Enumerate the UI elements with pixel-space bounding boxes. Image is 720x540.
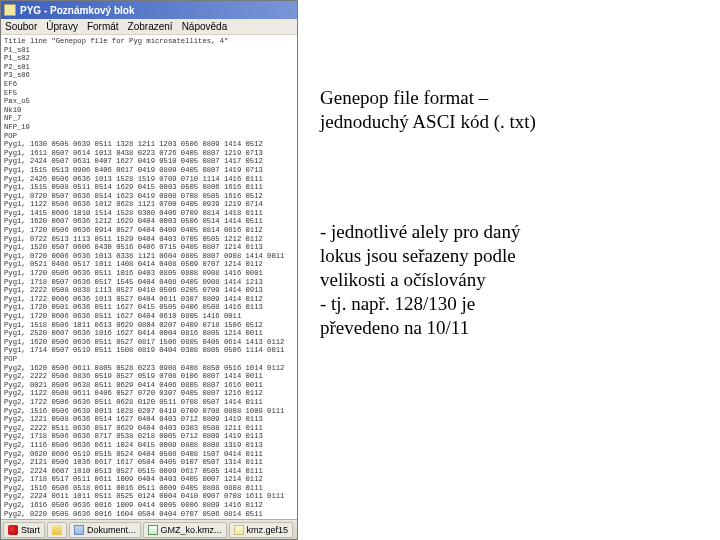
notes-line: velikosti a očíslovány <box>320 268 700 292</box>
editor-line: Pyg2, 1718 0517 0511 0611 1009 0404 0403… <box>4 475 294 484</box>
editor-line: Pyg1, 1620 0506 0636 0511 0527 0817 1506… <box>4 338 294 347</box>
taskbar-button[interactable] <box>47 522 67 538</box>
editor-line: Pyg1, 2424 0507 0631 0407 1627 0419 0510… <box>4 157 294 166</box>
taskbar-button[interactable]: Dokument... <box>69 522 141 538</box>
editor-line: Pyg1, 2222 0508 0838 1113 0527 0410 0506… <box>4 286 294 295</box>
editor-line: Pyg1, 1720 0501 0636 0511 1627 0415 0505… <box>4 303 294 312</box>
editor-line: Pyg1, 2426 0506 0636 1013 1528 1519 0709… <box>4 175 294 184</box>
editor-line: EF5 <box>4 89 294 98</box>
menu-edit[interactable]: Úpravy <box>46 21 78 32</box>
editor-line: Pyg1, 1122 0506 0636 1012 0628 1121 0700… <box>4 200 294 209</box>
notepad-window: PYG - Poznámkový blok Soubor Úpravy Form… <box>0 0 298 540</box>
notes-line: lokus jsou seřazeny podle <box>320 244 700 268</box>
editor-line: Pyg2, 2222 0506 0836 0519 0527 0519 0708… <box>4 372 294 381</box>
start-icon <box>8 525 18 535</box>
editor-line: Pyg1, 1720 0606 0636 0511 1627 0404 0610… <box>4 312 294 321</box>
editor-line: POP <box>4 355 294 364</box>
editor-line: NFP_19 <box>4 123 294 132</box>
editor-textarea[interactable]: Title line "Genepop file for Pyg microsa… <box>1 35 297 519</box>
editor-line: POP <box>4 132 294 141</box>
editor-line: Pyg1, 1415 0606 1010 1514 1528 0300 0406… <box>4 209 294 218</box>
editor-line: Pyg1, 0720 0507 0636 0514 1623 0419 0808… <box>4 192 294 201</box>
editor-line: NF_7 <box>4 114 294 123</box>
start-label: Start <box>21 525 40 535</box>
notes-line: Genepop file format – <box>320 86 700 110</box>
editor-line: Nk10 <box>4 106 294 115</box>
taskbar-button-label: Dokument... <box>87 525 136 535</box>
editor-line: Pyg2, 2224 0611 1011 0511 0525 0124 0004… <box>4 492 294 501</box>
editor-line: P2_s01 <box>4 63 294 72</box>
editor-line: Pyg2, 1718 0506 0636 0717 0538 0218 0005… <box>4 432 294 441</box>
note-icon <box>234 525 244 535</box>
editor-line: Pyg2, 0220 0505 0636 0016 1604 0504 0404… <box>4 510 294 519</box>
editor-line: P1_s02 <box>4 54 294 63</box>
editor-line: Pyg2, 1516 0506 0639 0013 1028 0207 0419… <box>4 407 294 416</box>
notes-line: převedeno na 10/11 <box>320 316 700 340</box>
editor-line: Pyg1, 1518 0506 1011 0613 0629 0804 0207… <box>4 321 294 330</box>
editor-line: P3_s06 <box>4 71 294 80</box>
editor-line: Pyg1, 0722 0513 1113 0511 1529 0404 0403… <box>4 235 294 244</box>
editor-line: Pyg1, 1718 0507 0636 0517 1545 0404 0408… <box>4 278 294 287</box>
editor-line: Pyg1, 1722 0606 0636 1013 0527 0404 0611… <box>4 295 294 304</box>
editor-line: P1_s01 <box>4 46 294 55</box>
editor-line: Pyg1, 1720 0506 0636 0914 0527 0404 0409… <box>4 226 294 235</box>
menu-file[interactable]: Soubor <box>5 21 37 32</box>
editor-line: Pyg1, 1714 0507 0519 0511 1508 0819 0404… <box>4 346 294 355</box>
editor-line: Pyg2, 1122 0508 0611 0406 0527 0720 0307… <box>4 389 294 398</box>
menubar: Soubor Úpravy Formát Zobrazení Nápověda <box>1 19 297 35</box>
notepad-icon <box>4 4 16 16</box>
editor-line: Pyg2, 0021 0506 0638 0511 0629 0414 0406… <box>4 381 294 390</box>
editor-line: Pyg1, 1630 0505 0639 0511 1328 1211 1203… <box>4 140 294 149</box>
taskbar-button[interactable]: kmz.gef15 <box>229 522 294 538</box>
editor-line: Pyg1, 1520 0507 0606 0430 0516 0406 0715… <box>4 243 294 252</box>
menu-help[interactable]: Nápověda <box>182 21 228 32</box>
notes-line: - tj. např. 128/130 je <box>320 292 700 316</box>
taskbar-button-label: GMZ_ko.kmz... <box>161 525 222 535</box>
editor-line: Pyg1, 1611 0507 0614 1013 0438 0223 0726… <box>4 149 294 158</box>
editor-line: Pyg2, 1722 0506 0636 0511 0628 0120 0511… <box>4 398 294 407</box>
editor-line: Pyg2, 2222 0511 0636 0517 0629 0404 0403… <box>4 424 294 433</box>
menu-view[interactable]: Zobrazení <box>128 21 173 32</box>
editor-line: Pax_o5 <box>4 97 294 106</box>
notes-line: - jednotlivé alely pro daný <box>320 220 700 244</box>
start-button[interactable]: Start <box>3 522 45 538</box>
menu-format[interactable]: Formát <box>87 21 119 32</box>
editor-line: Pyg2, 1620 0506 0611 0805 0528 0223 0908… <box>4 364 294 373</box>
window-titlebar[interactable]: PYG - Poznámkový blok <box>1 1 297 19</box>
editor-line: Pyg2, 2121 0506 1036 0617 1617 0504 0405… <box>4 458 294 467</box>
editor-line: Pyg2, 0620 0606 0519 0515 0524 0404 0508… <box>4 450 294 459</box>
editor-line: Pyg1, 1720 0506 0636 0511 1016 0403 0805… <box>4 269 294 278</box>
editor-line: Title line "Genepop file for Pyg microsa… <box>4 37 294 46</box>
notes-paragraph-2: - jednotlivé alely pro daný lokus jsou s… <box>320 220 700 340</box>
editor-line: Pyg1, 1515 0508 0511 0514 1629 0415 0003… <box>4 183 294 192</box>
editor-line: EF6 <box>4 80 294 89</box>
editor-line: Pyg2, 1320 0515 0620 0606 1013 0524 0421… <box>4 518 294 519</box>
taskbar: Start Dokument... GMZ_ko.kmz... kmz.gef1… <box>1 519 297 539</box>
sheet-icon <box>148 525 158 535</box>
taskbar-button[interactable]: GMZ_ko.kmz... <box>143 522 227 538</box>
editor-line: Pyg2, 1616 0506 0636 0016 1009 0414 0005… <box>4 501 294 510</box>
editor-line: Pyg1, 0720 0606 0636 1013 0338 1121 0604… <box>4 252 294 261</box>
editor-line: Pyg1, 2520 0607 0636 1016 1627 0414 0004… <box>4 329 294 338</box>
folder-icon <box>52 525 62 535</box>
editor-line: Pyg1, 1515 0513 0906 0406 0617 0419 0809… <box>4 166 294 175</box>
notes-line: jednoduchý ASCI kód (. txt) <box>320 110 700 134</box>
notes-paragraph-1: Genepop file format – jednoduchý ASCI kó… <box>320 86 700 134</box>
editor-line: Pyg2, 1116 0506 0636 0611 1024 0415 0009… <box>4 441 294 450</box>
taskbar-button-label: kmz.gef15 <box>247 525 289 535</box>
editor-line: Pyg1, 1620 0607 0636 1212 1629 0404 0003… <box>4 217 294 226</box>
editor-line: Pyg2, 1221 0508 0636 0514 1627 0404 0403… <box>4 415 294 424</box>
editor-line: Pyg2, 2224 0607 1010 0513 0527 0515 0009… <box>4 467 294 476</box>
window-title: PYG - Poznámkový blok <box>20 5 134 16</box>
editor-line: Pyg2, 1516 0506 0518 0611 0016 0511 0009… <box>4 484 294 493</box>
editor-line: Pyg1, 0521 0406 0517 1011 1408 0414 0408… <box>4 260 294 269</box>
app-icon <box>74 525 84 535</box>
slide-notes: Genepop file format – jednoduchý ASCI kó… <box>320 86 700 340</box>
